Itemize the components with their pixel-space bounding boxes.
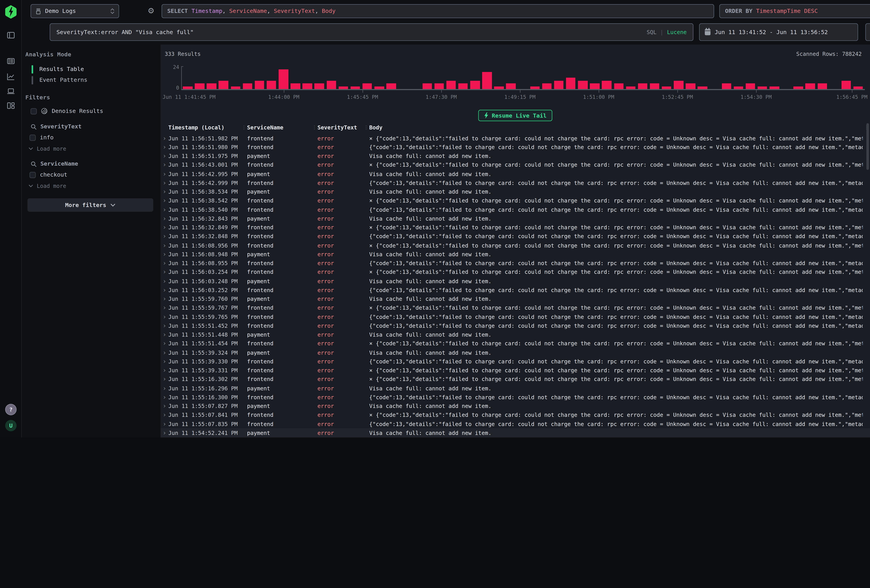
- table-row[interactable]: ›Jun 11 1:56:51.980 PMfrontenderror{"cod…: [161, 143, 870, 151]
- row-expand-chevron[interactable]: ›: [161, 198, 168, 204]
- filter-option[interactable]: info: [30, 134, 154, 141]
- row-expand-chevron[interactable]: ›: [161, 269, 168, 275]
- histogram-bar[interactable]: [674, 80, 683, 89]
- row-expand-chevron[interactable]: ›: [161, 180, 168, 186]
- col-servicename[interactable]: ServiceName: [247, 124, 311, 131]
- histogram-bar[interactable]: [614, 83, 623, 89]
- table-row[interactable]: ›Jun 11 1:55:59.760 PMpaymenterrorVisa c…: [161, 294, 870, 303]
- table-row[interactable]: ›Jun 11 1:56:32.843 PMpaymenterrorVisa c…: [161, 214, 870, 223]
- run-query-button[interactable]: ▷: [865, 23, 870, 41]
- more-filters-button[interactable]: More filters: [27, 198, 153, 212]
- table-row[interactable]: ›Jun 11 1:56:08.955 PMfrontenderror{"cod…: [161, 259, 870, 268]
- time-range-picker[interactable]: Jun 11 13:41:52 - Jun 11 13:56:52: [699, 23, 858, 41]
- row-expand-chevron[interactable]: ›: [161, 135, 168, 141]
- table-row[interactable]: ›Jun 11 1:56:38.540 PMfrontenderror{"cod…: [161, 205, 870, 214]
- histogram-bar[interactable]: [290, 83, 300, 89]
- panel-toggle-icon[interactable]: [7, 31, 15, 40]
- row-expand-chevron[interactable]: ›: [161, 385, 168, 391]
- filter-checkbox[interactable]: [30, 172, 36, 178]
- row-expand-chevron[interactable]: ›: [161, 376, 168, 383]
- table-row[interactable]: ›Jun 11 1:55:51.452 PMfrontenderror{"cod…: [161, 321, 870, 330]
- histogram-bar[interactable]: [470, 80, 480, 89]
- row-expand-chevron[interactable]: ›: [161, 349, 168, 356]
- histogram-bar[interactable]: [374, 86, 384, 89]
- help-button[interactable]: ?: [5, 404, 16, 415]
- table-row[interactable]: ›Jun 11 1:56:43.001 PMfrontenderror× {"c…: [161, 161, 870, 169]
- denoise-results-toggle[interactable]: Denoise Results: [31, 108, 154, 115]
- table-row[interactable]: ›Jun 11 1:56:51.975 PMpaymenterrorVisa c…: [161, 152, 870, 161]
- histogram-bar[interactable]: [662, 86, 672, 89]
- histogram-bar[interactable]: [806, 83, 815, 89]
- table-row[interactable]: ›Jun 11 1:56:08.956 PMfrontenderror× {"c…: [161, 241, 870, 250]
- load-more[interactable]: Load more: [28, 146, 154, 152]
- table-row[interactable]: ›Jun 11 1:55:07.841 PMfrontenderror× {"c…: [161, 410, 870, 419]
- table-row[interactable]: ›Jun 11 1:55:59.765 PMfrontenderror{"cod…: [161, 312, 870, 321]
- histogram-bar[interactable]: [338, 86, 348, 89]
- column-resize-handle[interactable]: ⋮: [363, 125, 369, 130]
- filter-option[interactable]: checkout: [30, 171, 154, 178]
- histogram-bar[interactable]: [482, 72, 492, 89]
- analysis-mode-option[interactable]: Event Patterns: [32, 74, 154, 86]
- row-expand-chevron[interactable]: ›: [161, 394, 168, 400]
- row-expand-chevron[interactable]: ›: [161, 171, 168, 177]
- row-expand-chevron[interactable]: ›: [161, 340, 168, 347]
- histogram-bar[interactable]: [686, 83, 695, 89]
- histogram-bar[interactable]: [350, 86, 360, 89]
- histogram-bar[interactable]: [458, 83, 468, 89]
- histogram-bar[interactable]: [770, 86, 779, 89]
- histogram-bar[interactable]: [602, 80, 611, 89]
- lucene-mode-option[interactable]: Lucene: [667, 29, 687, 35]
- table-row[interactable]: ›Jun 11 1:55:16.300 PMfrontenderror{"cod…: [161, 393, 870, 402]
- source-settings-gear-icon[interactable]: ⚙: [147, 7, 156, 15]
- analysis-mode-option[interactable]: Results Table: [32, 64, 154, 74]
- histogram-bar[interactable]: [794, 86, 803, 89]
- table-row[interactable]: ›Jun 11 1:55:51.454 PMfrontenderror× {"c…: [161, 339, 870, 348]
- column-resize-handle[interactable]: ⋮: [311, 125, 317, 130]
- histogram-bar[interactable]: [818, 83, 827, 89]
- row-expand-chevron[interactable]: ›: [161, 367, 168, 373]
- row-expand-chevron[interactable]: ›: [161, 162, 168, 168]
- row-expand-chevron[interactable]: ›: [161, 215, 168, 222]
- row-expand-chevron[interactable]: ›: [161, 287, 168, 293]
- histogram-bar[interactable]: [446, 80, 456, 89]
- source-select[interactable]: Demo Logs: [31, 4, 119, 18]
- table-row[interactable]: ›Jun 11 1:55:51.448 PMpaymenterrorVisa c…: [161, 330, 870, 339]
- row-expand-chevron[interactable]: ›: [161, 260, 168, 266]
- histogram-bar[interactable]: [626, 86, 635, 89]
- filter-field-row[interactable]: ServiceName: [31, 161, 154, 167]
- histogram-bar[interactable]: [207, 83, 216, 89]
- row-expand-chevron[interactable]: ›: [161, 242, 168, 249]
- row-expand-chevron[interactable]: ›: [161, 305, 168, 311]
- row-expand-chevron[interactable]: ›: [161, 251, 168, 257]
- search-logs-icon[interactable]: [7, 57, 15, 65]
- histogram-bar[interactable]: [650, 83, 660, 89]
- col-timestamp[interactable]: Timestamp (Local): [168, 124, 241, 131]
- histogram-bar[interactable]: [314, 83, 324, 89]
- row-expand-chevron[interactable]: ›: [161, 421, 168, 427]
- histogram-bar[interactable]: [231, 86, 240, 89]
- row-expand-chevron[interactable]: ›: [161, 144, 168, 150]
- table-row[interactable]: ›Jun 11 1:56:08.948 PMpaymenterrorVisa c…: [161, 250, 870, 259]
- row-expand-chevron[interactable]: ›: [161, 233, 168, 240]
- row-expand-chevron[interactable]: ›: [161, 323, 168, 329]
- histogram-bar[interactable]: [746, 83, 755, 89]
- chart-explorer-icon[interactable]: [7, 73, 15, 81]
- histogram-bar[interactable]: [422, 83, 432, 89]
- filter-field-row[interactable]: SeverityText: [31, 123, 154, 130]
- table-row[interactable]: ›Jun 11 1:54:52.241 PMpaymenterrorVisa c…: [161, 428, 870, 437]
- histogram-bar[interactable]: [183, 86, 192, 89]
- row-expand-chevron[interactable]: ›: [161, 358, 168, 365]
- search-query-input[interactable]: SeverityText:error AND "Visa cache full"…: [50, 23, 693, 41]
- row-expand-chevron[interactable]: ›: [161, 412, 168, 418]
- order-by-input[interactable]: ORDER BY TimestampTime DESC: [719, 4, 870, 18]
- dashboards-icon[interactable]: [7, 101, 15, 110]
- histogram-bar[interactable]: [506, 83, 516, 89]
- sessions-icon[interactable]: [7, 87, 15, 95]
- histogram-bar[interactable]: [734, 86, 743, 89]
- histogram-bar[interactable]: [195, 83, 204, 89]
- row-expand-chevron[interactable]: ›: [161, 296, 168, 302]
- col-body[interactable]: Body: [369, 124, 863, 131]
- histogram-bar[interactable]: [590, 83, 600, 89]
- table-row[interactable]: ›Jun 11 1:55:39.324 PMpaymenterrorVisa c…: [161, 348, 870, 357]
- table-row[interactable]: ›Jun 11 1:55:16.296 PMpaymenterrorVisa c…: [161, 384, 870, 393]
